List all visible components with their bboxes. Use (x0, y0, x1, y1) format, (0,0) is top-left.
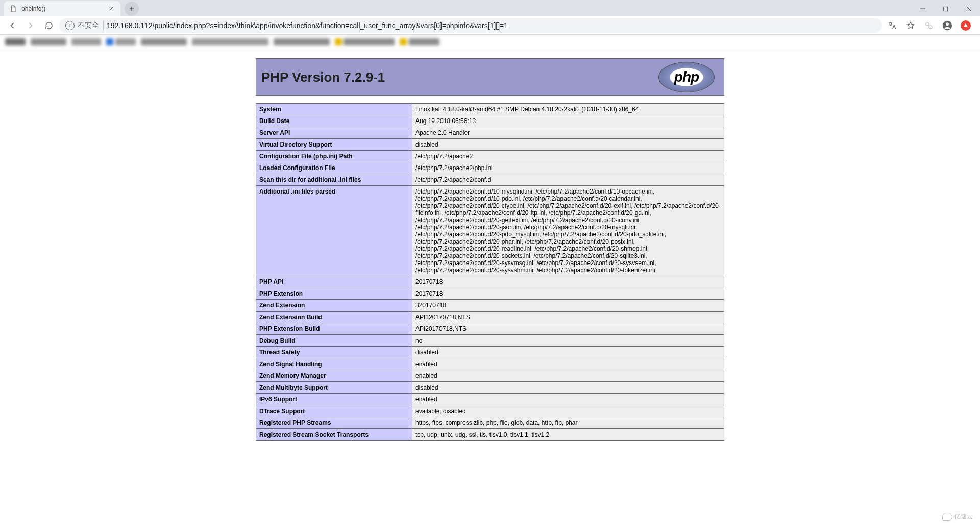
table-row: Zend Multibyte Supportdisabled (256, 382, 724, 394)
config-name: Server API (256, 127, 412, 139)
table-row: Additional .ini files parsed/etc/php/7.2… (256, 186, 724, 276)
table-row: Zend Extension320170718 (256, 300, 724, 312)
table-row: Configuration File (php.ini) Path/etc/ph… (256, 151, 724, 162)
config-value: Linux kali 4.18.0-kali3-amd64 #1 SMP Deb… (412, 104, 724, 115)
translate-icon[interactable] (884, 17, 900, 34)
svg-rect-0 (943, 7, 947, 11)
config-value: enabled (412, 370, 724, 382)
config-value: tcp, udp, unix, udg, ssl, tls, tlsv1.0, … (412, 429, 724, 441)
config-value: disabled (412, 139, 724, 151)
table-row: Debug Buildno (256, 335, 724, 347)
reload-button[interactable] (41, 17, 57, 34)
config-name: Loaded Configuration File (256, 162, 412, 174)
table-row: Scan this dir for additional .ini files/… (256, 174, 724, 186)
config-name: Additional .ini files parsed (256, 186, 412, 276)
watermark-text: 亿速云 (954, 512, 973, 521)
bookmarks-bar[interactable] (0, 35, 980, 51)
config-name: Scan this dir for additional .ini files (256, 174, 412, 186)
back-button[interactable] (4, 17, 20, 34)
table-row: SystemLinux kali 4.18.0-kali3-amd64 #1 S… (256, 104, 724, 115)
config-value: available, disabled (412, 405, 724, 417)
new-tab-button[interactable] (125, 2, 139, 16)
php-logo-icon: php (658, 62, 715, 92)
phpinfo-header: PHP Version 7.2.9-1 php (256, 58, 724, 96)
config-name: Zend Multibyte Support (256, 382, 412, 394)
url-text: 192.168.0.112/public/index.php?s=index/\… (107, 21, 508, 30)
config-name: Zend Signal Handling (256, 358, 412, 370)
address-bar[interactable]: i 不安全 192.168.0.112/public/index.php?s=i… (59, 18, 882, 33)
browser-toolbar: i 不安全 192.168.0.112/public/index.php?s=i… (0, 16, 980, 35)
phpinfo-table: SystemLinux kali 4.18.0-kali3-amd64 #1 S… (256, 103, 724, 441)
config-name: Registered PHP Streams (256, 417, 412, 429)
extension-red-icon[interactable] (958, 17, 974, 34)
php-version-title: PHP Version 7.2.9-1 (261, 69, 385, 85)
bookmark-star-icon[interactable] (902, 17, 919, 34)
config-value: no (412, 335, 724, 347)
close-window-button[interactable] (957, 1, 980, 16)
config-name: Thread Safety (256, 347, 412, 358)
config-value: /etc/php/7.2/apache2/php.ini (412, 162, 724, 174)
config-value: https, ftps, compress.zlib, php, file, g… (412, 417, 724, 429)
svg-point-1 (926, 22, 929, 26)
extension-icon[interactable] (921, 17, 937, 34)
minimize-button[interactable] (911, 1, 934, 16)
config-value: 20170718 (412, 276, 724, 288)
site-info-icon[interactable]: i (65, 21, 75, 30)
page-viewport[interactable]: PHP Version 7.2.9-1 php SystemLinux kali… (0, 51, 980, 526)
phpinfo-content: PHP Version 7.2.9-1 php SystemLinux kali… (256, 58, 724, 441)
config-name: Registered Stream Socket Transports (256, 429, 412, 441)
table-row: IPv6 Supportenabled (256, 394, 724, 405)
config-name: Configuration File (php.ini) Path (256, 151, 412, 162)
table-row: Zend Extension BuildAPI320170718,NTS (256, 312, 724, 323)
config-value: 320170718 (412, 300, 724, 312)
config-value: enabled (412, 394, 724, 405)
config-value: API20170718,NTS (412, 323, 724, 335)
config-name: PHP API (256, 276, 412, 288)
config-value: disabled (412, 347, 724, 358)
table-row: Virtual Directory Supportdisabled (256, 139, 724, 151)
config-name: System (256, 104, 412, 115)
config-value: /etc/php/7.2/apache2/conf.d (412, 174, 724, 186)
table-row: Registered Stream Socket Transportstcp, … (256, 429, 724, 441)
table-row: PHP Extension BuildAPI20170718,NTS (256, 323, 724, 335)
forward-button[interactable] (22, 17, 39, 34)
config-name: Zend Extension (256, 300, 412, 312)
browser-tab[interactable]: phpinfo() (4, 1, 120, 16)
config-value: enabled (412, 358, 724, 370)
config-value: 20170718 (412, 288, 724, 300)
page-icon (9, 5, 17, 13)
maximize-button[interactable] (934, 1, 957, 16)
config-value: Apache 2.0 Handler (412, 127, 724, 139)
table-row: PHP Extension20170718 (256, 288, 724, 300)
watermark-icon (942, 513, 952, 521)
config-name: PHP Extension (256, 288, 412, 300)
config-name: Zend Extension Build (256, 312, 412, 323)
table-row: Server APIApache 2.0 Handler (256, 127, 724, 139)
insecure-label: 不安全 (78, 21, 104, 30)
table-row: Registered PHP Streamshttps, ftps, compr… (256, 417, 724, 429)
svg-point-2 (929, 26, 932, 29)
table-row: Zend Memory Managerenabled (256, 370, 724, 382)
table-row: PHP API20170718 (256, 276, 724, 288)
table-row: Zend Signal Handlingenabled (256, 358, 724, 370)
config-value: disabled (412, 382, 724, 394)
close-icon[interactable] (107, 5, 115, 13)
config-name: Build Date (256, 115, 412, 127)
config-value: API320170718,NTS (412, 312, 724, 323)
config-name: DTrace Support (256, 405, 412, 417)
table-row: DTrace Supportavailable, disabled (256, 405, 724, 417)
config-value: /etc/php/7.2/apache2/conf.d/10-mysqlnd.i… (412, 186, 724, 276)
window-controls (911, 1, 980, 16)
watermark: 亿速云 (942, 512, 973, 521)
config-name: PHP Extension Build (256, 323, 412, 335)
config-value: Aug 19 2018 06:56:13 (412, 115, 724, 127)
profile-icon[interactable] (939, 17, 955, 34)
config-name: Virtual Directory Support (256, 139, 412, 151)
config-name: Debug Build (256, 335, 412, 347)
config-name: Zend Memory Manager (256, 370, 412, 382)
config-value: /etc/php/7.2/apache2 (412, 151, 724, 162)
tab-title: phpinfo() (21, 5, 107, 12)
svg-point-4 (946, 22, 949, 26)
config-name: IPv6 Support (256, 394, 412, 405)
table-row: Build DateAug 19 2018 06:56:13 (256, 115, 724, 127)
